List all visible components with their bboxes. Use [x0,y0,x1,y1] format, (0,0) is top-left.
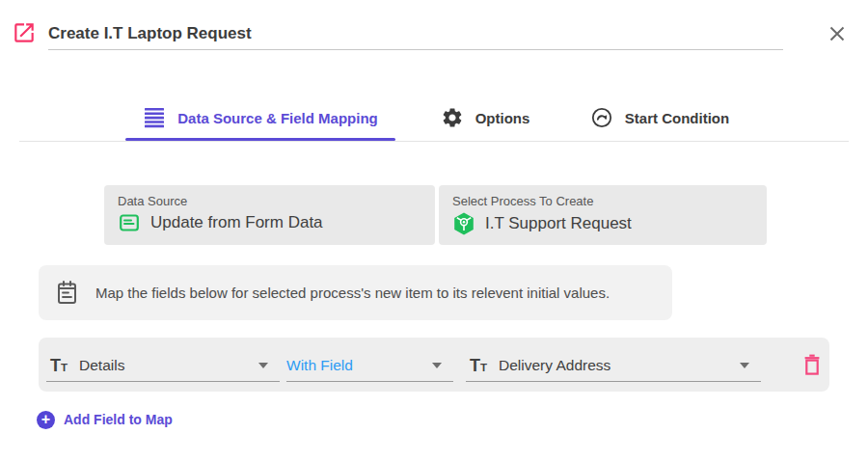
tab-label: Data Source & Field Mapping [177,110,378,126]
chevron-down-icon [258,363,268,368]
close-icon[interactable] [825,21,850,46]
form-document-icon [118,211,141,234]
add-field-label: Add Field to Map [64,412,173,427]
tab-label: Start Condition [625,110,729,126]
process-to-create-label: Select Process To Create [452,194,753,208]
tabs-divider [19,141,849,142]
text-type-icon: TT [50,357,68,374]
operator-value: With Field [286,357,353,374]
process-to-create-select[interactable]: Select Process To Create I.T Support Req… [439,185,767,245]
open-in-new-icon[interactable] [12,20,37,45]
process-to-create-value: I.T Support Request [485,214,632,233]
data-source-value: Update from Form Data [150,213,323,232]
mapping-info-bar: Map the fields below for selected proces… [39,265,672,320]
source-field-select[interactable]: TT Details [46,349,280,382]
data-source-select[interactable]: Data Source Update from Form Data [104,185,435,245]
chevron-down-icon [432,363,442,368]
data-source-label: Data Source [118,194,421,208]
tab-label: Options [475,110,530,126]
dialog-title-input[interactable] [48,17,783,50]
add-field-to-map-button[interactable]: + Add Field to Map [37,409,173,430]
target-field-value: Delivery Address [499,357,610,374]
tab-data-source-field-mapping[interactable]: Data Source & Field Mapping [125,96,395,139]
target-field-select[interactable]: TT Delivery Address [466,349,761,382]
tab-options[interactable]: Options [432,96,538,139]
source-field-value: Details [79,357,124,374]
chevron-down-icon [740,363,749,368]
operator-select[interactable]: With Field [286,349,453,382]
gear-icon [441,106,464,129]
field-mapping-row: TT Details With Field TT Delivery Addres… [39,338,829,392]
text-type-icon: TT [470,357,487,374]
create-process-dialog: Data Source & Field Mapping Options Star… [0,0,868,461]
process-hexagon-icon [452,211,475,236]
tab-start-condition[interactable]: Start Condition [577,96,743,139]
reorder-lines-icon [143,107,166,128]
circular-arrow-icon [590,106,613,129]
mapping-info-text: Map the fields below for selected proces… [95,285,610,301]
plus-circle-icon: + [37,411,55,429]
trash-icon[interactable] [800,352,824,377]
clipboard-note-icon [56,280,78,306]
